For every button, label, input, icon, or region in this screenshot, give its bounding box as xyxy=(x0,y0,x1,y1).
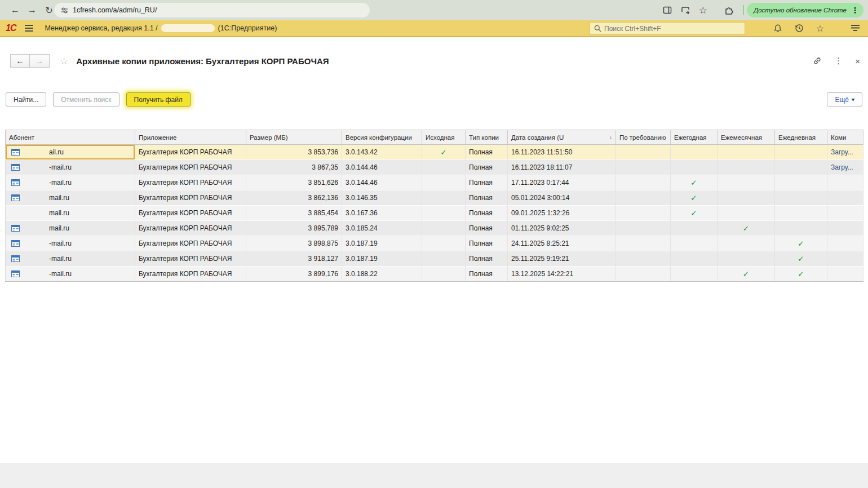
copy-type-cell[interactable]: Полная xyxy=(466,190,508,206)
version-cell[interactable]: 3.0.187.19 xyxy=(342,236,422,251)
created-cell[interactable]: 01.11.2025 9:02:25 xyxy=(508,221,616,236)
copy-type-cell[interactable]: Полная xyxy=(466,267,508,282)
version-cell[interactable]: 3.0.187.19 xyxy=(342,251,422,267)
daily-check-cell[interactable]: ✓ xyxy=(775,236,827,251)
yearly-check-cell[interactable] xyxy=(671,236,718,251)
monthly-check-cell[interactable] xyxy=(718,206,775,221)
yearly-check-cell[interactable]: ✓ xyxy=(671,206,718,221)
side-panel-icon[interactable] xyxy=(663,6,672,15)
cancel-search-button[interactable]: Отменить поиск xyxy=(53,92,119,107)
get-file-button[interactable]: Получить файл xyxy=(126,92,191,107)
abonent-cell[interactable]: mail.ru xyxy=(6,190,135,206)
col-monthly[interactable]: Ежемесячная xyxy=(718,130,775,145)
size-cell[interactable]: 3 851,626 xyxy=(246,175,342,190)
daily-check-cell[interactable] xyxy=(775,175,827,190)
table-row[interactable]: mail.ru Бухгалтерия КОРП РАБОЧАЯ 3 895,7… xyxy=(6,221,863,236)
favorites-star-icon[interactable]: ☆ xyxy=(816,23,824,34)
version-cell[interactable]: 3.0.185.24 xyxy=(342,221,422,236)
copy-type-cell[interactable]: Полная xyxy=(466,160,508,175)
table-row[interactable]: -mail.ru Бухгалтерия КОРП РАБОЧАЯ 3 867,… xyxy=(6,160,863,175)
comment-cell[interactable] xyxy=(827,221,863,236)
yearly-check-cell[interactable]: ✓ xyxy=(671,175,718,190)
table-row[interactable]: mail.ru Бухгалтерия КОРП РАБОЧАЯ 3 862,1… xyxy=(6,190,863,206)
comment-cell[interactable] xyxy=(827,267,863,282)
col-version[interactable]: Версия конфигурации xyxy=(342,130,422,145)
monthly-check-cell[interactable]: ✓ xyxy=(718,267,775,282)
size-cell[interactable]: 3 885,454 xyxy=(246,206,342,221)
yearly-check-cell[interactable]: ✓ xyxy=(671,190,718,206)
table-row[interactable]: ail.ru Бухгалтерия КОРП РАБОЧАЯ 3 853,73… xyxy=(6,145,863,160)
monthly-check-cell[interactable] xyxy=(718,190,775,206)
get-link-icon[interactable] xyxy=(813,56,822,65)
size-cell[interactable]: 3 895,789 xyxy=(246,221,342,236)
table-row[interactable]: -mail.ru Бухгалтерия КОРП РАБОЧАЯ 3 898,… xyxy=(6,236,863,251)
global-search[interactable] xyxy=(590,22,745,35)
abonent-cell[interactable]: mail.ru xyxy=(6,206,135,221)
size-cell[interactable]: 3 918,127 xyxy=(246,251,342,267)
copy-type-cell[interactable]: Полная xyxy=(466,145,508,160)
on-demand-check-cell[interactable] xyxy=(616,145,671,160)
table-row[interactable]: -mail.ru Бухгалтерия КОРП РАБОЧАЯ 3 851,… xyxy=(6,175,863,190)
version-cell[interactable]: 3.0.188.22 xyxy=(342,267,422,282)
col-original[interactable]: Исходная xyxy=(422,130,466,145)
copy-type-cell[interactable]: Полная xyxy=(466,221,508,236)
form-back-button[interactable]: ← xyxy=(10,54,30,68)
table-row[interactable]: mail.ru Бухгалтерия КОРП РАБОЧАЯ 3 885,4… xyxy=(6,206,863,221)
copy-type-cell[interactable]: Полная xyxy=(466,251,508,267)
version-cell[interactable]: 3.0.144.46 xyxy=(342,160,422,175)
daily-check-cell[interactable] xyxy=(775,160,827,175)
yearly-check-cell[interactable] xyxy=(671,267,718,282)
abonent-cell[interactable]: ail.ru xyxy=(6,145,135,160)
comment-cell[interactable] xyxy=(827,251,863,267)
on-demand-check-cell[interactable] xyxy=(616,160,671,175)
history-icon[interactable] xyxy=(795,24,804,33)
col-daily[interactable]: Ежедневная xyxy=(775,130,827,145)
application-cell[interactable]: Бухгалтерия КОРП РАБОЧАЯ xyxy=(135,221,246,236)
original-check-cell[interactable] xyxy=(422,175,466,190)
copy-type-cell[interactable]: Полная xyxy=(466,206,508,221)
original-check-cell[interactable] xyxy=(422,251,466,267)
monthly-check-cell[interactable] xyxy=(718,251,775,267)
extensions-icon[interactable] xyxy=(724,6,734,15)
application-cell[interactable]: Бухгалтерия КОРП РАБОЧАЯ xyxy=(135,175,246,190)
daily-check-cell[interactable] xyxy=(775,206,827,221)
yearly-check-cell[interactable] xyxy=(671,251,718,267)
comment-cell[interactable]: Загру... xyxy=(827,160,863,175)
monthly-check-cell[interactable] xyxy=(718,175,775,190)
find-button[interactable]: Найти... xyxy=(6,92,46,107)
comment-cell[interactable] xyxy=(827,236,863,251)
search-input[interactable] xyxy=(604,25,741,33)
created-cell[interactable]: 13.12.2025 14:22:21 xyxy=(508,267,616,282)
col-abonent[interactable]: Абонент xyxy=(6,130,135,145)
original-check-cell[interactable] xyxy=(422,190,466,206)
original-check-cell[interactable] xyxy=(422,236,466,251)
abonent-cell[interactable]: -mail.ru xyxy=(6,251,135,267)
col-on-demand[interactable]: По требованию xyxy=(616,130,671,145)
size-cell[interactable]: 3 899,176 xyxy=(246,267,342,282)
size-cell[interactable]: 3 867,35 xyxy=(246,160,342,175)
form-more-icon[interactable]: ⋮ xyxy=(834,56,843,66)
created-cell[interactable]: 25.11.2025 9:19:21 xyxy=(508,251,616,267)
original-check-cell[interactable] xyxy=(422,221,466,236)
table-row[interactable]: -mail.ru Бухгалтерия КОРП РАБОЧАЯ 3 899,… xyxy=(6,267,863,282)
comment-cell[interactable] xyxy=(827,190,863,206)
created-cell[interactable]: 24.11.2025 8:25:21 xyxy=(508,236,616,251)
notifications-bell-icon[interactable] xyxy=(773,24,782,33)
original-check-cell[interactable]: ✓ xyxy=(422,145,466,160)
application-cell[interactable]: Бухгалтерия КОРП РАБОЧАЯ xyxy=(135,206,246,221)
form-close-icon[interactable]: × xyxy=(855,56,860,66)
col-created[interactable]: Дата создания (U↓ xyxy=(508,130,616,145)
col-yearly[interactable]: Ежегодная xyxy=(671,130,718,145)
col-size[interactable]: Размер (МБ) xyxy=(246,130,342,145)
col-application[interactable]: Приложение xyxy=(135,130,246,145)
application-cell[interactable]: Бухгалтерия КОРП РАБОЧАЯ xyxy=(135,145,246,160)
browser-forward-icon[interactable]: → xyxy=(24,5,41,15)
on-demand-check-cell[interactable] xyxy=(616,236,671,251)
daily-check-cell[interactable] xyxy=(775,145,827,160)
daily-check-cell[interactable]: ✓ xyxy=(775,251,827,267)
comment-cell[interactable] xyxy=(827,175,863,190)
table-row[interactable]: -mail.ru Бухгалтерия КОРП РАБОЧАЯ 3 918,… xyxy=(6,251,863,267)
service-functions-icon[interactable] xyxy=(851,24,860,32)
yearly-check-cell[interactable] xyxy=(671,160,718,175)
created-cell[interactable]: 09.01.2025 1:32:26 xyxy=(508,206,616,221)
